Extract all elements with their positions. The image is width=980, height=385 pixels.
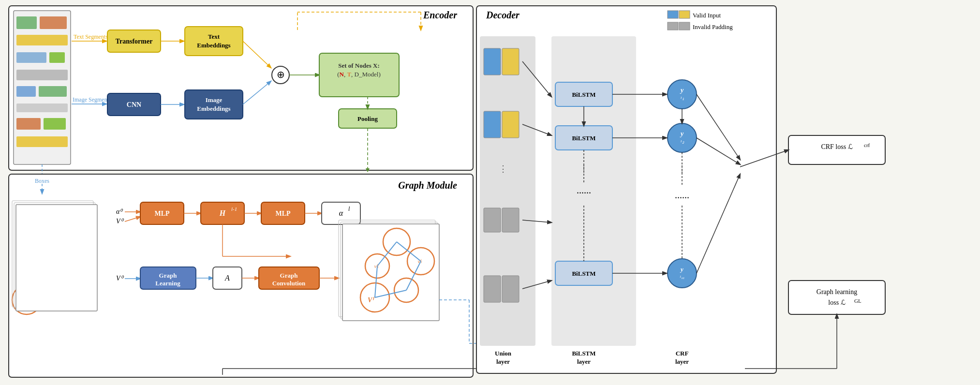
svg-point-73 [407, 248, 434, 275]
graph-conv-label: Graph [280, 272, 298, 279]
svg-text:Embeddings: Embeddings [197, 105, 230, 112]
svg-line-50 [125, 217, 140, 222]
svg-line-77 [397, 242, 421, 261]
svg-text:layer: layer [675, 358, 689, 365]
svg-rect-69 [339, 220, 435, 317]
svg-rect-51 [140, 202, 184, 224]
set-nodes-label: Set of Nodes X: [338, 62, 380, 69]
crf-loss-label: CRF loss ℒ [821, 143, 852, 150]
svg-text:Embeddings: Embeddings [197, 42, 230, 49]
svg-point-43 [19, 249, 44, 273]
svg-rect-3 [40, 16, 67, 29]
svg-point-72 [383, 228, 410, 255]
svg-rect-87 [476, 6, 776, 373]
svg-rect-11 [16, 118, 41, 130]
svg-point-42 [56, 232, 85, 261]
bilstmNT-label: BiLSTM [572, 270, 595, 277]
boxes-label: Boxes [35, 178, 49, 184]
svg-text:layer: layer [577, 358, 591, 365]
svg-line-122 [697, 138, 740, 164]
svg-rect-48 [16, 205, 97, 311]
svg-text:(N, T, D_Model): (N, T, D_Model) [337, 71, 381, 78]
svg-point-45 [12, 285, 41, 314]
y1-sub: ¹₁ [680, 95, 683, 101]
svg-rect-99 [502, 208, 519, 232]
hl1-sup: l-1 [231, 206, 237, 212]
svg-rect-5 [16, 52, 46, 63]
svg-rect-12 [44, 118, 66, 130]
svg-rect-20 [185, 27, 243, 56]
y2-sub: ¹₂ [680, 139, 684, 145]
svg-rect-98 [484, 208, 501, 232]
bilstm-dots: ...... [577, 185, 591, 195]
svg-line-78 [377, 242, 397, 266]
svg-point-114 [668, 259, 697, 288]
svg-marker-15 [40, 182, 44, 186]
pooling-label: Pooling [357, 115, 378, 122]
svg-rect-0 [9, 6, 473, 170]
graph-loss-sub: GL [854, 298, 861, 304]
svg-line-123 [697, 174, 740, 273]
svg-rect-107 [555, 126, 612, 150]
svg-rect-88 [668, 11, 678, 18]
alpha-l-sup: l [348, 206, 350, 212]
svg-rect-127 [788, 135, 885, 164]
graph-loss-label: Graph learning [817, 288, 857, 296]
vj0-label: v⁰ⱼ [41, 219, 48, 226]
svg-line-121 [697, 94, 740, 160]
V0-top-label: V⁰ [116, 218, 124, 225]
invalid-padding-legend: Invalid Padding [693, 23, 733, 30]
svg-text:layer: layer [496, 358, 510, 365]
svg-rect-91 [679, 22, 690, 30]
image-segments-label: Image Segments [73, 96, 111, 103]
svg-text:⋮: ⋮ [499, 164, 507, 174]
svg-line-104 [522, 220, 551, 222]
mlp2-label: MLP [275, 210, 291, 217]
svg-rect-100 [484, 276, 501, 302]
svg-rect-57 [322, 202, 360, 224]
svg-rect-18 [107, 30, 161, 52]
svg-line-28 [243, 81, 271, 104]
svg-rect-97 [502, 111, 519, 138]
svg-text:Learning: Learning [155, 280, 180, 287]
image-embeddings-label: Image [206, 96, 223, 104]
alpha0-label: α⁰ [116, 208, 123, 215]
V0-bottom-label: V⁰ [116, 275, 124, 282]
svg-text:⋮: ⋮ [678, 164, 686, 174]
svg-rect-128 [788, 281, 885, 314]
crf-layer-label: CRF [676, 350, 689, 357]
svg-rect-96 [484, 111, 501, 138]
svg-point-112 [668, 80, 697, 109]
svg-text:Convolution: Convolution [272, 280, 306, 287]
svg-rect-92 [480, 36, 535, 346]
svg-line-80 [375, 266, 377, 297]
svg-point-76 [360, 283, 389, 312]
Vl-label: Vˡ [368, 296, 374, 304]
graph-loss-label2: loss ℒ [828, 299, 845, 306]
valid-input-legend: Valid Input [693, 12, 721, 19]
svg-rect-55 [261, 202, 305, 224]
svg-line-105 [522, 281, 551, 289]
svg-rect-53 [201, 202, 244, 224]
svg-point-74 [365, 254, 389, 278]
svg-rect-62 [213, 267, 242, 289]
decoder-label: Decoder [486, 10, 520, 20]
svg-rect-89 [679, 11, 690, 18]
svg-rect-94 [484, 48, 501, 75]
svg-rect-46 [12, 201, 93, 307]
svg-rect-8 [16, 86, 36, 97]
svg-rect-30 [319, 53, 399, 97]
hl1-label: H [219, 209, 226, 217]
svg-line-103 [522, 124, 551, 135]
svg-rect-9 [39, 86, 67, 97]
crf-loss-sub: crf [864, 142, 870, 148]
svg-rect-1 [14, 11, 71, 164]
text-segments-label: Text Segments [74, 33, 108, 40]
A-label: A [224, 274, 230, 282]
yNT-label: y [680, 266, 683, 273]
V0-big-label: V⁰ [20, 296, 29, 303]
graph-learning-label: Graph [159, 272, 178, 279]
svg-rect-7 [16, 70, 68, 80]
svg-rect-39 [9, 174, 473, 377]
svg-rect-6 [49, 52, 65, 63]
